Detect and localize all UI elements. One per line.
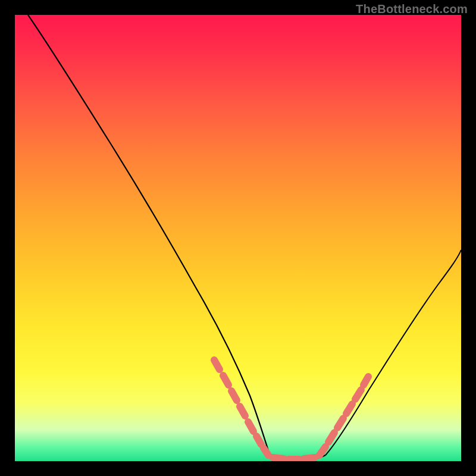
branding-watermark: TheBottleneck.com bbox=[356, 2, 468, 16]
gradient-plot-area bbox=[15, 15, 461, 461]
image-frame: TheBottleneck.com bbox=[0, 0, 476, 476]
